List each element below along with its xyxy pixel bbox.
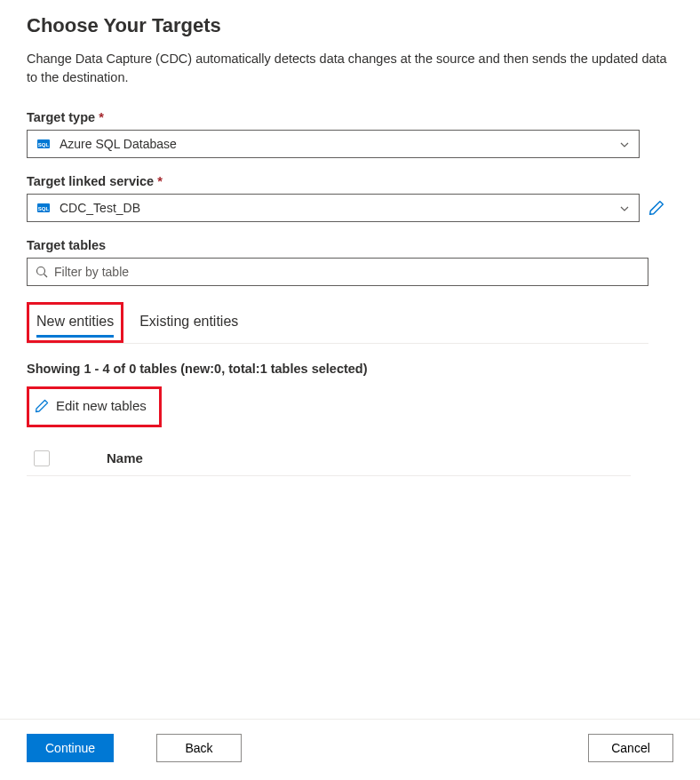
target-type-label-text: Target type	[27, 110, 95, 124]
required-indicator: *	[99, 110, 104, 124]
edit-new-tables-button[interactable]: Edit new tables	[35, 398, 147, 413]
pencil-icon	[35, 399, 49, 413]
svg-text:SQL: SQL	[38, 206, 50, 211]
filter-input-container[interactable]	[27, 258, 648, 286]
back-button[interactable]: Back	[156, 734, 242, 762]
tab-new-entities[interactable]: New entities	[36, 308, 114, 337]
chevron-down-icon	[619, 139, 630, 149]
target-type-dropdown[interactable]: SQL Azure SQL Database	[27, 130, 640, 158]
edit-new-tables-label: Edit new tables	[56, 398, 147, 413]
chevron-down-icon	[619, 203, 630, 213]
tab-existing-entities[interactable]: Existing entities	[136, 308, 242, 337]
required-indicator: *	[157, 174, 163, 188]
showing-status: Showing 1 - 4 of 0 tables (new:0, total:…	[27, 362, 673, 376]
target-linked-service-label: Target linked service *	[27, 174, 673, 188]
annotation-highlight: New entities	[27, 302, 123, 343]
page-title: Choose Your Targets	[27, 14, 673, 37]
footer-actions: Continue Back Cancel	[0, 719, 700, 780]
edit-linked-service-button[interactable]	[648, 200, 664, 216]
target-type-value: Azure SQL Database	[60, 137, 177, 151]
target-type-field: Target type * SQL Azure SQL Database	[27, 110, 673, 158]
svg-point-4	[37, 267, 45, 275]
continue-button[interactable]: Continue	[27, 734, 114, 762]
sql-database-icon: SQL	[36, 137, 51, 151]
filter-input[interactable]	[54, 265, 640, 279]
target-tables-field: Target tables	[27, 238, 673, 286]
svg-text:SQL: SQL	[38, 142, 50, 147]
annotation-highlight: Edit new tables	[27, 386, 162, 427]
sql-database-icon: SQL	[36, 201, 51, 215]
target-linked-service-value: CDC_Test_DB	[60, 201, 140, 215]
entity-tabs: New entities Existing entities	[27, 302, 648, 344]
select-all-cell	[27, 450, 107, 466]
svg-line-5	[44, 275, 48, 278]
cancel-button[interactable]: Cancel	[588, 734, 673, 762]
target-linked-service-field: Target linked service * SQL CDC_Test_DB	[27, 174, 673, 222]
search-icon	[35, 265, 49, 279]
target-linked-service-dropdown[interactable]: SQL CDC_Test_DB	[27, 194, 640, 222]
column-header-name[interactable]: Name	[107, 450, 143, 466]
select-all-checkbox[interactable]	[34, 450, 50, 466]
page-description: Change Data Capture (CDC) automatically …	[27, 50, 673, 87]
target-linked-service-label-text: Target linked service	[27, 174, 154, 188]
table-header: Name	[27, 443, 631, 476]
target-tables-label: Target tables	[27, 238, 673, 252]
target-type-label: Target type *	[27, 110, 673, 124]
